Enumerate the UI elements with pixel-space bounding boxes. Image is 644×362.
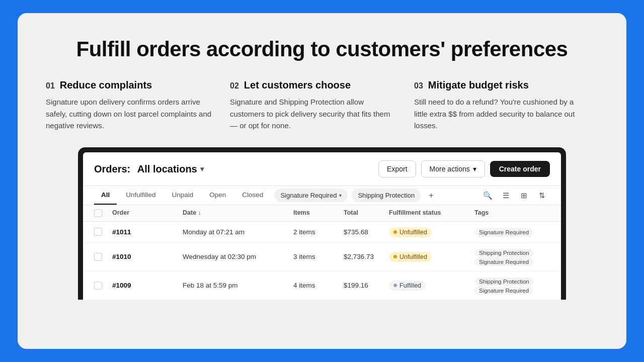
add-tab-button[interactable]: + — [423, 188, 439, 203]
row1-total: $735.68 — [344, 228, 389, 236]
orders-header: Orders: All locations ▾ Export More acti… — [83, 152, 561, 186]
order-id-1010[interactable]: #1010 — [112, 253, 183, 260]
unfulfilled-badge: Unfulfilled — [389, 252, 432, 262]
row1-tags: Signature Required — [474, 227, 550, 236]
order-id-1011[interactable]: #1011 — [112, 228, 183, 236]
feature-1-desc: Signature upon delivery confirms orders … — [46, 96, 214, 131]
more-actions-button[interactable]: More actions ▾ — [421, 160, 485, 177]
feature-3-desc: Still need to do a refund? You're cushio… — [414, 96, 582, 131]
table-row: #1010 Wednesday at 02:30 pm 3 items $2,7… — [83, 243, 561, 272]
search-icon[interactable]: 🔍 — [479, 188, 496, 204]
feature-1: 01 Reduce complaints Signature upon deli… — [46, 79, 230, 131]
row1-date: Monday at 07:21 am — [183, 228, 293, 236]
date-column-header: Date ↓ — [183, 209, 293, 217]
location-dropdown[interactable]: All locations ▾ — [132, 163, 203, 175]
tags-column-header: Tags — [474, 209, 550, 217]
feature-2-label: Let customers choose — [244, 79, 351, 91]
export-button[interactable]: Export — [378, 160, 416, 177]
location-text: All locations — [137, 163, 197, 175]
main-card: Fulfill orders according to customers' p… — [18, 13, 626, 349]
fulfilled-dot — [393, 284, 397, 287]
total-column-header: Total — [344, 209, 389, 217]
row2-checkbox[interactable] — [94, 253, 112, 261]
tab-closed[interactable]: Closed — [235, 186, 270, 205]
table-row: #1011 Monday at 07:21 am 2 items $735.68… — [83, 222, 561, 243]
order-id-1009[interactable]: #1009 — [112, 282, 183, 289]
laptop: Orders: All locations ▾ Export More acti… — [78, 147, 566, 300]
row3-status: Fulfilled — [389, 280, 474, 291]
feature-1-label: Reduce complaints — [60, 79, 152, 91]
row2-total: $2,736.73 — [344, 253, 389, 260]
tag-shipping-protection: Shipping Protection — [474, 249, 534, 257]
tag-signature-required: Signature Required — [474, 228, 533, 236]
feature-2-num: 02 — [230, 81, 239, 90]
table-controls: 🔍 ☰ ⊞ ⇅ — [479, 188, 550, 204]
unfulfilled-dot — [393, 255, 397, 258]
table-header: Order Date ↓ Items Total Fulfillment sta… — [83, 205, 561, 222]
feature-1-num: 01 — [46, 81, 55, 90]
order-column-header: Order — [112, 209, 183, 217]
row3-total: $199.16 — [344, 282, 389, 289]
select-all-checkbox[interactable] — [94, 209, 102, 217]
shipping-protection-label: Shipping Protection — [358, 192, 415, 199]
laptop-wrapper: Orders: All locations ▾ Export More acti… — [46, 147, 598, 300]
tag-signature-required: Signature Required — [474, 287, 533, 295]
laptop-screen: Orders: All locations ▾ Export More acti… — [83, 152, 561, 300]
row3-items: 4 items — [293, 282, 344, 289]
chevron-down-icon: ▾ — [339, 193, 342, 198]
table-row: #1009 Feb 18 at 5:59 pm 4 items $199.16 … — [83, 272, 561, 300]
checkbox-header[interactable] — [94, 209, 112, 217]
tab-open[interactable]: Open — [202, 186, 233, 205]
row1-status: Unfulfilled — [389, 227, 474, 237]
header-actions: Export More actions ▾ Create order — [378, 160, 550, 177]
tab-pill-shipping[interactable]: Shipping Protection — [352, 189, 421, 202]
tabs-row: All Unfulfilled Unpaid Open Closed Signa… — [83, 186, 561, 205]
orders-label: Orders: — [94, 163, 130, 175]
columns-icon[interactable]: ⊞ — [516, 188, 532, 204]
features-section: 01 Reduce complaints Signature upon deli… — [46, 79, 598, 131]
filter-icon[interactable]: ☰ — [498, 188, 514, 204]
tab-all[interactable]: All — [94, 186, 117, 205]
row2-items: 3 items — [293, 253, 344, 260]
row3-tags: Shipping Protection Signature Required — [474, 277, 550, 295]
feature-3-label: Mitigate budget risks — [428, 79, 529, 91]
chevron-down-icon: ▾ — [200, 165, 204, 173]
row1-items: 2 items — [293, 228, 344, 236]
row2-tags: Shipping Protection Signature Required — [474, 248, 550, 266]
more-actions-label: More actions — [430, 165, 470, 173]
feature-3: 03 Mitigate budget risks Still need to d… — [414, 79, 598, 131]
signature-required-label: Signature Required — [280, 192, 337, 199]
unfulfilled-dot — [393, 230, 397, 234]
row3-checkbox[interactable] — [94, 282, 112, 290]
headline: Fulfill orders according to customers' p… — [46, 37, 598, 61]
unfulfilled-badge: Unfulfilled — [389, 227, 432, 237]
row2-date: Wednesday at 02:30 pm — [183, 253, 293, 260]
create-order-button[interactable]: Create order — [490, 161, 550, 177]
chevron-down-icon: ▾ — [473, 165, 476, 173]
feature-2-desc: Signature and Shipping Protection allow … — [230, 96, 398, 131]
items-column-header: Items — [293, 209, 344, 217]
orders-title: Orders: All locations ▾ — [94, 163, 204, 175]
feature-2: 02 Let customers choose Signature and Sh… — [230, 79, 414, 131]
row1-checkbox[interactable] — [94, 228, 112, 236]
tag-shipping-protection: Shipping Protection — [474, 278, 534, 286]
status-column-header: Fulfillment status — [389, 209, 474, 217]
tab-pill-signature[interactable]: Signature Required ▾ — [274, 189, 348, 202]
tag-signature-required: Signature Required — [474, 258, 533, 266]
tab-unpaid[interactable]: Unpaid — [165, 186, 201, 205]
fulfilled-badge: Fulfilled — [389, 281, 426, 291]
tab-unfulfilled[interactable]: Unfulfilled — [119, 186, 163, 205]
row2-status: Unfulfilled — [389, 251, 474, 262]
row3-date: Feb 18 at 5:59 pm — [183, 282, 293, 289]
sort-icon[interactable]: ⇅ — [534, 188, 550, 204]
feature-3-num: 03 — [414, 81, 423, 90]
